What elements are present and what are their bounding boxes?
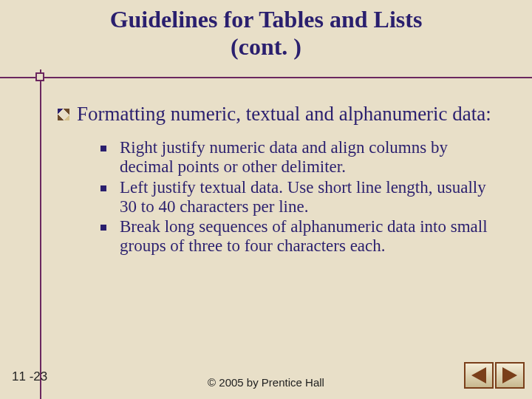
decorative-rule <box>0 69 532 87</box>
content-area: Formatting numeric, textual and alphanum… <box>0 87 532 256</box>
slide-footer: 11 -23 © 2005 by Prentice Hall <box>0 361 532 389</box>
rule-intersection-box <box>35 72 44 81</box>
next-button[interactable] <box>495 362 525 389</box>
sub-bullet-text: Left justify textual data. Use short lin… <box>120 178 502 216</box>
title-line-2: (cont. ) <box>231 33 301 60</box>
square-bullet-icon <box>100 225 106 231</box>
arrow-left-icon <box>471 367 486 383</box>
sub-bullet-text: Right justify numeric data and align col… <box>120 138 502 177</box>
main-bullet-text: Formatting numeric, textual and alphanum… <box>77 103 491 126</box>
list-item: Left justify textual data. Use short lin… <box>100 178 502 216</box>
diamond-bullet-icon <box>58 109 69 120</box>
main-bullet-item: Formatting numeric, textual and alphanum… <box>58 103 502 126</box>
sub-bullet-text: Break long sequences of alphanumeric dat… <box>120 217 502 256</box>
sub-bullet-list: Right justify numeric data and align col… <box>100 138 502 256</box>
slide-title: Guidelines for Tables and Lists (cont. ) <box>0 0 532 64</box>
list-item: Break long sequences of alphanumeric dat… <box>100 217 502 256</box>
list-item: Right justify numeric data and align col… <box>100 138 502 177</box>
title-line-1: Guidelines for Tables and Lists <box>110 6 423 33</box>
square-bullet-icon <box>100 185 106 191</box>
arrow-right-icon <box>502 367 517 383</box>
copyright-text: © 2005 by Prentice Hall <box>0 376 532 389</box>
prev-button[interactable] <box>464 362 494 389</box>
horizontal-rule <box>0 77 532 78</box>
square-bullet-icon <box>100 146 106 151</box>
nav-buttons <box>464 362 525 389</box>
